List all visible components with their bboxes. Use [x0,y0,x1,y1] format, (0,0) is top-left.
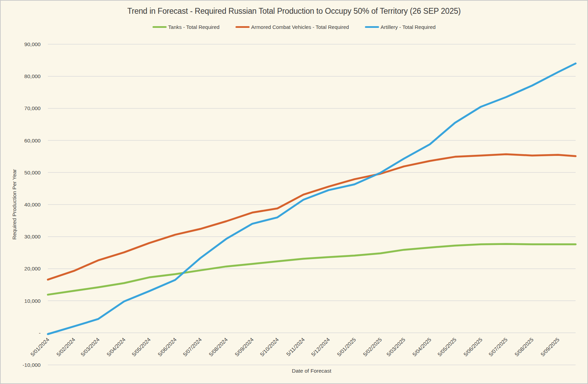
y-tick-label: 30,000 [24,234,41,239]
y-tick-label: 90,000 [24,41,41,47]
gridlines [48,44,576,365]
x-tick-label: 5/08/2025 [514,337,535,358]
x-tick-label: 5/10/2024 [259,337,280,358]
series-line-armored-combat-vehicles [48,154,576,279]
y-tick-label: 50,000 [24,170,41,175]
x-tick-label: 5/05/2025 [437,337,458,358]
y-tick-label: 10,000 [24,298,41,304]
x-tick-label: 5/11/2024 [285,337,306,357]
y-tick-label: 60,000 [24,138,41,143]
x-tick-label: 5/03/2025 [386,337,407,358]
chart-canvas: Trend in Forecast - Required Russian Tot… [0,0,588,384]
x-tick-label: 5/06/2025 [462,337,483,358]
y-tick-label: -10,000 [22,362,41,368]
x-tick-label: 5/02/2025 [362,337,383,358]
y-tick-label: 20,000 [24,266,41,271]
x-axis-title: Date of Forecast [292,368,332,374]
series-line-artillery [48,63,576,334]
x-tick-label: 5/09/2025 [539,337,560,358]
y-axis-tick-labels: 90,00080,00070,00060,00050,00040,00030,0… [22,41,41,368]
series-lines [48,63,576,334]
x-tick-label: 5/04/2024 [106,337,127,358]
x-tick-label: 5/07/2024 [182,337,203,358]
y-tick-label: 40,000 [24,202,41,207]
x-tick-label: 5/02/2024 [55,337,76,358]
y-tick-label: - [39,330,41,336]
x-tick-label: 5/08/2024 [208,337,229,358]
x-tick-label: 5/06/2024 [157,337,178,358]
x-tick-label: 5/01/2025 [336,337,357,358]
y-tick-label: 70,000 [24,105,41,111]
x-tick-label: 5/05/2024 [131,337,152,358]
x-tick-label: 5/04/2025 [411,337,432,358]
x-tick-label: 5/12/2024 [310,337,331,358]
y-tick-label: 80,000 [24,73,41,79]
y-axis-title: Required Production Per Year [11,169,17,239]
x-tick-label: 5/09/2024 [234,337,255,358]
x-tick-label: 5/01/2024 [29,337,50,358]
x-tick-label: 5/07/2025 [487,337,508,358]
x-tick-label: 5/03/2024 [80,337,101,358]
plot-area: 90,00080,00070,00060,00050,00040,00030,0… [1,1,588,384]
x-axis-tick-labels: 5/01/20245/02/20245/03/20245/04/20245/05… [29,337,560,358]
